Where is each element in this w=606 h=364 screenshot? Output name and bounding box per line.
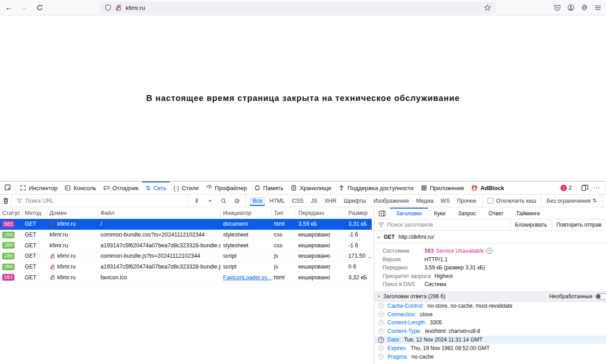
url-bar[interactable]: kfimr.ru xyxy=(100,2,496,14)
har-button[interactable] xyxy=(602,195,606,207)
extensions-puzzle-icon[interactable] xyxy=(581,4,588,11)
insecure-lock-icon[interactable] xyxy=(115,4,122,11)
headers-search-input[interactable] xyxy=(387,222,507,228)
col-type[interactable]: Тип xyxy=(272,209,296,217)
pause-traffic-button[interactable]: Ⅱ xyxy=(191,196,202,206)
col-size[interactable]: Размер xyxy=(346,209,372,217)
filter-css[interactable]: CSS xyxy=(289,197,306,205)
tab-timings[interactable]: Тайминги xyxy=(510,208,546,219)
menu-hamburger-icon[interactable] xyxy=(594,4,601,11)
shield-icon[interactable] xyxy=(105,4,112,11)
tab-response[interactable]: Ответ xyxy=(482,208,510,219)
request-url-row[interactable]: ▸ GET http://dkfimr.ru/ xyxy=(374,231,606,243)
filter-images[interactable]: Изображения xyxy=(371,197,412,205)
tab-accessibility[interactable]: Поддержка доступности xyxy=(335,182,417,194)
tab-inspector[interactable]: Инспектор xyxy=(16,182,61,194)
table-row[interactable]: 200 GET kfimr.ru common-bundle.js?ts=202… xyxy=(0,251,372,262)
header-help-icon[interactable]: ? xyxy=(378,354,384,359)
disable-cache-control[interactable]: Отключить кеш xyxy=(483,195,541,207)
initiator-link[interactable]: FaviconLoader.sy… xyxy=(223,274,272,281)
col-method[interactable]: Метод xyxy=(23,209,47,217)
tab-application[interactable]: Приложение xyxy=(417,182,468,194)
table-row[interactable]: 503 GET kfimr.ru / document html 3,59 кБ… xyxy=(0,219,372,230)
filter-xhr[interactable]: XHR xyxy=(322,197,339,205)
type-cell: js xyxy=(272,253,296,259)
new-request-button[interactable]: + xyxy=(204,196,216,206)
header-row[interactable]: ? Cache-Control: no-store, no-cache, mus… xyxy=(374,302,606,310)
responsive-mode-icon[interactable] xyxy=(581,184,588,191)
pocket-icon[interactable] xyxy=(554,4,561,11)
col-initiator[interactable]: Инициатор xyxy=(221,209,272,217)
block-url-button[interactable]: Блокировать xyxy=(510,219,551,230)
initiator-cell: document xyxy=(221,221,272,227)
filter-all[interactable]: Все xyxy=(250,197,265,205)
header-help-icon[interactable]: ? xyxy=(378,337,384,343)
tab-adblock[interactable]: AdBlock xyxy=(468,182,508,194)
back-button[interactable]: ← xyxy=(3,1,15,14)
header-name[interactable]: Content-Type: xyxy=(387,328,421,334)
filter-other[interactable]: Прочее xyxy=(454,197,479,205)
header-row[interactable]: ? Date: Tue, 12 Nov 2024 11:31:14 GMT xyxy=(374,336,606,344)
table-row[interactable]: 200 GET kfimr.ru a193147c5f620474a07bea7… xyxy=(0,240,372,251)
collapse-panel-button[interactable] xyxy=(374,208,390,219)
raw-toggle-switch[interactable] xyxy=(595,293,606,300)
filter-html[interactable]: HTML xyxy=(267,197,287,205)
tab-profiler[interactable]: Профайлер xyxy=(202,182,251,194)
filter-fonts[interactable]: Шрифты xyxy=(341,197,369,205)
col-file[interactable]: Файл xyxy=(98,209,221,217)
header-help-icon[interactable]: ? xyxy=(378,328,384,334)
resend-button[interactable]: Повторить отправ xyxy=(551,219,606,230)
throttling-select[interactable]: Без ограничения ⇅ xyxy=(541,195,602,207)
header-name[interactable]: Expires: xyxy=(387,345,407,351)
col-transferred[interactable]: Передано xyxy=(296,209,346,217)
header-name[interactable]: Connection: xyxy=(387,311,416,318)
table-row[interactable]: 503 GET kfimr.ru favicon.ico FaviconLoad… xyxy=(0,272,372,283)
block-requests-button[interactable]: ⊘ xyxy=(231,196,243,206)
disable-cache-checkbox[interactable] xyxy=(488,198,493,204)
tab-console[interactable]: Консоль xyxy=(61,182,100,194)
domain-cell: kfimr.ru xyxy=(57,253,76,259)
reload-button[interactable] xyxy=(33,1,46,14)
filter-js[interactable]: JS xyxy=(308,197,320,205)
account-icon[interactable] xyxy=(567,4,574,11)
tab-request[interactable]: Запрос xyxy=(452,208,483,219)
tab-debugger[interactable]: Отладчик xyxy=(100,182,142,194)
tab-cookies[interactable]: Куки xyxy=(428,208,452,219)
header-row[interactable]: ? Pragma: no-cache xyxy=(374,352,606,361)
tab-styles[interactable]: { }Стили xyxy=(170,182,202,194)
tab-storage[interactable]: Хранилище xyxy=(287,182,335,194)
header-row[interactable]: ? Content-Length: 3305 xyxy=(374,318,606,327)
filter-ws[interactable]: WS xyxy=(438,197,452,205)
table-row[interactable]: 200 GET kfimr.ru common-bundle.css?ts=20… xyxy=(0,230,372,241)
header-name[interactable]: Cache-Control: xyxy=(387,303,424,309)
devtools-options-icon[interactable]: ⋯ xyxy=(593,184,600,192)
url-text[interactable]: kfimr.ru xyxy=(126,5,484,11)
filter-media[interactable]: Медиа xyxy=(413,197,436,205)
error-count-badge[interactable]: ! 2 xyxy=(560,185,572,191)
clear-requests-button[interactable] xyxy=(0,195,11,207)
response-headers-section-header[interactable]: ▾ Заголовки ответа (286 б) Необработанны… xyxy=(374,291,606,302)
header-name[interactable]: Date: xyxy=(387,337,401,343)
forward-button[interactable]: → xyxy=(18,1,31,14)
pick-element-button[interactable] xyxy=(0,182,16,194)
header-row[interactable]: ? Expires: Thu, 19 Nov 1981 08:52:00 GMT xyxy=(374,344,606,352)
url-search-input[interactable] xyxy=(25,198,187,204)
header-name[interactable]: Pragma: xyxy=(387,354,408,360)
tab-network[interactable]: ⇅Сеть xyxy=(142,182,170,194)
file-cell: common-bundle.js?ts=20241112102344 xyxy=(98,253,221,259)
header-row[interactable]: ? Connection: close xyxy=(374,310,606,318)
tab-headers[interactable]: Заголовки xyxy=(390,208,428,219)
header-name[interactable]: Content-Length: xyxy=(387,319,426,326)
search-requests-button[interactable] xyxy=(218,196,229,206)
bookmark-star-icon[interactable] xyxy=(484,4,491,11)
header-help-icon[interactable]: ? xyxy=(378,345,384,351)
header-help-icon[interactable]: ? xyxy=(378,320,384,326)
help-icon[interactable]: ? xyxy=(486,248,492,254)
header-help-icon[interactable]: ? xyxy=(378,303,384,309)
header-row[interactable]: ? Content-Type: text/html; charset=utf-8 xyxy=(374,327,606,336)
header-help-icon[interactable]: ? xyxy=(378,311,384,317)
table-row[interactable]: 200 GET kfimr.ru a193147c5f620474a07bea7… xyxy=(0,262,372,273)
tab-memory[interactable]: Память xyxy=(251,182,287,194)
col-status[interactable]: Статус xyxy=(0,209,23,217)
col-domain[interactable]: Домен xyxy=(47,209,98,217)
